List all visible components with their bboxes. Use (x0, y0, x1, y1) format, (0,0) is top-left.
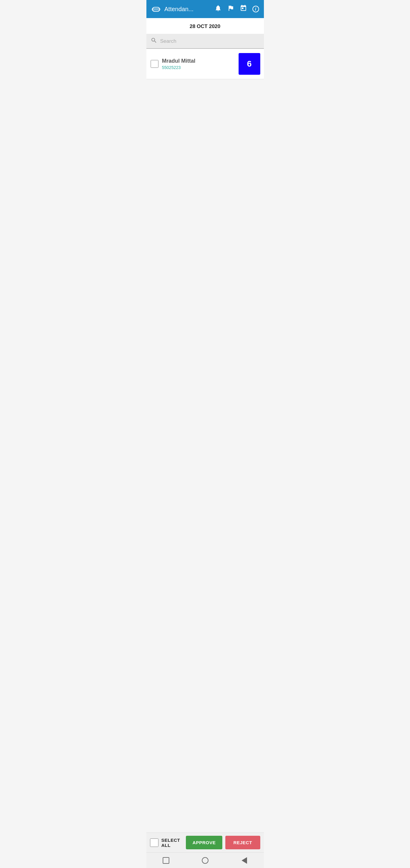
svg-rect-0 (152, 7, 160, 11)
search-bar (147, 34, 264, 49)
search-input[interactable] (160, 38, 260, 44)
date-bar: 28 OCT 2020 (147, 18, 264, 34)
app-bar-actions: i (215, 4, 259, 13)
mask-icon (151, 4, 161, 14)
content-area (147, 79, 264, 254)
list-container: Mradul Mittal 55025223 6 (147, 49, 264, 79)
list-item: Mradul Mittal 55025223 6 (147, 49, 264, 79)
info-icon[interactable]: i (252, 6, 259, 12)
item-badge[interactable]: 6 (239, 53, 260, 75)
item-name: Mradul Mittal (162, 58, 235, 64)
item-info: Mradul Mittal 55025223 (162, 58, 235, 70)
search-icon (151, 37, 157, 45)
flag-icon[interactable] (227, 4, 234, 13)
app-bar: Attendan... i (147, 0, 264, 18)
app-title: Attendan... (164, 6, 211, 13)
current-date: 28 OCT 2020 (189, 24, 220, 29)
notification-icon[interactable] (215, 4, 222, 13)
calendar-icon[interactable] (240, 4, 247, 13)
item-checkbox[interactable] (151, 60, 158, 68)
item-id: 55025223 (162, 65, 235, 70)
